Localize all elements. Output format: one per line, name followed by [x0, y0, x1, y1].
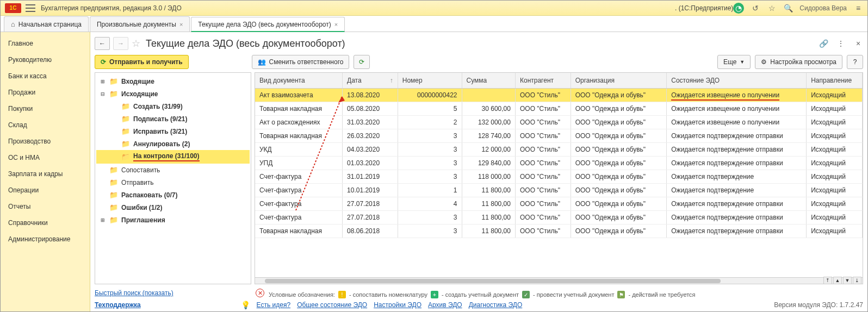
tree-send[interactable]: 📁Отправить	[96, 176, 250, 189]
nav-back-button[interactable]: ←	[95, 37, 110, 50]
notifications-icon[interactable]: ◔	[733, 3, 744, 14]
tab-edo-tasks[interactable]: Текущие дела ЭДО (весь документооборот)×	[191, 17, 345, 32]
sidebar-item[interactable]: Главное	[1, 35, 90, 52]
star-icon[interactable]: ☆	[132, 38, 140, 49]
horizontal-scrollbar[interactable]: ⤒▲▼⤓	[255, 277, 863, 284]
idea-link[interactable]: Есть идея?	[257, 301, 291, 309]
tree-cancel[interactable]: 📁Аннулировать (2)	[96, 138, 250, 150]
tab-arbitrary-docs[interactable]: Произвольные документы×	[90, 16, 190, 32]
table-row[interactable]: УПД01.03.20203129 840,00ООО "Стиль"ООО "…	[255, 156, 863, 170]
collapse-icon[interactable]: ⊟	[101, 91, 106, 97]
sidebar-item[interactable]: Руководителю	[1, 52, 90, 68]
column-header[interactable]: Номер	[398, 73, 462, 88]
column-header[interactable]: Сумма	[462, 73, 515, 88]
table-row[interactable]: Счет-фактура27.07.2018411 800,00ООО "Сти…	[255, 197, 863, 210]
refresh-button[interactable]: ⟳	[354, 55, 370, 69]
tree-outbox[interactable]: ⊟📁Исходящие	[96, 88, 250, 100]
favorite-icon[interactable]: ☆	[767, 3, 777, 13]
product-name: . (1С:Предприятие)	[675, 4, 733, 12]
column-header[interactable]: Направление	[807, 73, 863, 88]
table-row[interactable]: Счет-фактура27.07.2018311 800,00ООО "Сти…	[255, 210, 863, 224]
tree-invites[interactable]: ⊞📁Приглашения	[96, 214, 250, 226]
more-button[interactable]: Еще▼	[717, 55, 751, 69]
user-name[interactable]: Сидорова Вера	[799, 4, 847, 12]
sidebar-item[interactable]: Справочники	[1, 215, 90, 231]
gear-icon: ⚙	[761, 58, 767, 66]
sidebar: ГлавноеРуководителюБанк и кассаПродажиПо…	[1, 32, 90, 311]
column-header[interactable]: Вид документа	[255, 73, 343, 88]
search-icon[interactable]: 🔍	[783, 3, 793, 13]
warning-icon: !	[338, 291, 346, 298]
chevron-down-icon: ▼	[740, 59, 745, 65]
tree-unpack[interactable]: 📁Распаковать (0/7)	[96, 189, 250, 201]
nav-forward-button[interactable]: →	[113, 37, 128, 50]
edo-diag-link[interactable]: Диагностика ЭДО	[469, 301, 523, 309]
settings-icon[interactable]: ≡	[853, 3, 863, 13]
table-row[interactable]: Акт о расхождениях31.03.20202132 000,00О…	[255, 115, 863, 129]
row-nav-controls[interactable]: ⤒▲▼⤓	[823, 277, 861, 284]
page-title: Текущие дела ЭДО (весь документооборот)	[146, 38, 345, 49]
sidebar-item[interactable]: ОС и НМА	[1, 149, 90, 166]
sidebar-item[interactable]: Операции	[1, 182, 90, 198]
support-link[interactable]: Техподдержка	[95, 301, 141, 309]
table-row[interactable]: Товарная накладная08.06.2018311 800,00ОО…	[255, 224, 863, 238]
table-row[interactable]: Товарная накладная26.03.20203128 740,00О…	[255, 129, 863, 142]
sidebar-item[interactable]: Покупки	[1, 101, 90, 117]
tree-fix[interactable]: 📁Исправить (3/21)	[96, 125, 250, 138]
more-icon[interactable]: ⋮	[836, 39, 846, 48]
help-button[interactable]: ?	[847, 55, 863, 69]
column-header[interactable]: Состояние ЭДО	[667, 73, 807, 88]
expand-icon[interactable]: ⊞	[101, 217, 106, 223]
table-row[interactable]: Товарная накладная05.08.2020530 600,00ОО…	[255, 102, 863, 115]
column-header[interactable]: Контрагент	[515, 73, 571, 88]
home-icon: ⌂	[11, 20, 15, 28]
tabbar: ⌂Начальная страница Произвольные докумен…	[1, 16, 867, 32]
person-icon: 👥	[258, 58, 266, 66]
folder-icon: 📁	[121, 102, 130, 110]
clear-icon[interactable]: ✕	[256, 289, 264, 297]
sidebar-item[interactable]: Отчеты	[1, 198, 90, 215]
folder-icon: 📁	[109, 90, 118, 98]
tree-create[interactable]: 📁Создать (31/99)	[96, 100, 250, 113]
table-row[interactable]: Счет-фактура10.01.2019111 800,00ООО "Сти…	[255, 183, 863, 197]
sidebar-item[interactable]: Склад	[1, 117, 90, 133]
sidebar-item[interactable]: Продажи	[1, 84, 90, 101]
close-icon[interactable]: ×	[853, 39, 863, 48]
sidebar-item[interactable]: Банк и касса	[1, 68, 90, 84]
sidebar-item[interactable]: Производство	[1, 133, 90, 149]
app-title: Бухгалтерия предприятия, редакция 3.0 / …	[41, 4, 182, 12]
edo-settings-link[interactable]: Настройки ЭДО	[374, 301, 421, 309]
close-icon[interactable]: ×	[334, 21, 338, 28]
tree-sign[interactable]: 📁Подписать (9/21)	[96, 113, 250, 125]
folder-icon: 📁	[109, 77, 118, 85]
menu-icon[interactable]	[26, 4, 35, 12]
table-row[interactable]: Акт взаимозачета13.08.202000000000422ООО…	[255, 88, 863, 102]
edo-state-link[interactable]: Общее состояние ЭДО	[297, 301, 367, 309]
close-icon[interactable]: ×	[179, 21, 183, 28]
quick-search-link[interactable]: Быстрый поиск (показать)	[95, 289, 173, 297]
tree-errors[interactable]: 📁Ошибки (1/2)	[96, 201, 250, 214]
sidebar-item[interactable]: Администрирование	[1, 231, 90, 247]
view-settings-button[interactable]: ⚙Настройка просмотра	[755, 55, 842, 69]
tree-control[interactable]: 📁На контроле (31/100)	[96, 150, 250, 164]
tree-inbox[interactable]: ⊞📁Входящие	[96, 75, 250, 88]
send-receive-button[interactable]: ⟳Отправить и получить	[95, 55, 189, 69]
folder-tree: ⊞📁Входящие ⊟📁Исходящие 📁Создать (31/99) …	[95, 72, 251, 284]
column-header[interactable]: Дата ↑	[343, 73, 398, 88]
edo-archive-link[interactable]: Архив ЭДО	[428, 301, 462, 309]
column-header[interactable]: Организация	[571, 73, 667, 88]
link-icon[interactable]: 🔗	[819, 39, 828, 48]
logo-1c-icon: 1C	[5, 3, 21, 13]
sidebar-item[interactable]: Зарплата и кадры	[1, 166, 90, 182]
history-icon[interactable]: ↺	[751, 3, 760, 13]
table-row[interactable]: Счет-фактура31.01.20193118 000,00ООО "Ст…	[255, 170, 863, 183]
legend-label: Условные обозначения:	[269, 291, 335, 298]
expand-icon[interactable]: ⊞	[101, 79, 106, 84]
table-row[interactable]: УКД04.03.2020312 000,00ООО "Стиль"ООО "О…	[255, 142, 863, 156]
refresh-icon: ⟳	[101, 58, 106, 66]
change-responsible-button[interactable]: 👥Сменить ответственного	[252, 55, 350, 69]
document-grid: Вид документаДата ↑НомерСуммаКонтрагентО…	[255, 72, 863, 284]
tree-match[interactable]: 📁Сопоставить	[96, 164, 250, 176]
tab-home[interactable]: ⌂Начальная страница	[4, 16, 89, 32]
folder-icon: 📁	[109, 203, 118, 211]
